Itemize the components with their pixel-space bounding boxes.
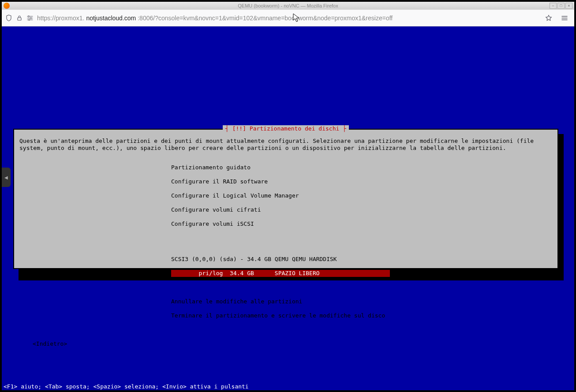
bookmark-star-icon[interactable] — [542, 12, 555, 24]
finish-partitioning[interactable]: Terminare il partizionamento e scrivere … — [171, 312, 552, 319]
window-controls: − □ × — [550, 3, 572, 9]
svg-rect-0 — [18, 18, 21, 20]
url-domain: notjustacloud.com — [86, 15, 136, 22]
disk-section: SCSI3 (0,0,0) (sda) - 34.4 GB QEMU QEMU … — [171, 249, 552, 284]
disk-header[interactable]: SCSI3 (0,0,0) (sda) - 34.4 GB QEMU QEMU … — [171, 256, 552, 263]
dialog-title: ┤ [!!] Partizionamento dei dischi ├ — [223, 125, 349, 132]
url-suffix: :8006/?console=kvm&novnc=1&vmid=102&vmna… — [138, 15, 393, 22]
permissions-icon[interactable] — [26, 15, 34, 22]
firefox-icon — [4, 3, 10, 9]
maximize-button[interactable]: □ — [557, 3, 565, 9]
svg-point-1 — [28, 15, 30, 17]
menu-lvm[interactable]: Configurare il Logical Volume Manager — [171, 192, 552, 199]
svg-point-2 — [30, 17, 32, 19]
close-button[interactable]: × — [565, 3, 572, 9]
menu-encrypted-volumes[interactable]: Configurare volumi cifrati — [171, 206, 552, 213]
titlebar-left — [4, 3, 10, 9]
lock-icon[interactable] — [16, 15, 23, 22]
bottom-actions: Annullare le modifiche alle partizioni T… — [171, 291, 552, 333]
window-frame: QEMU (bookworm) - noVNC — Mozilla Firefo… — [0, 0, 576, 392]
menu-raid[interactable]: Configurare il RAID software — [171, 178, 552, 185]
svg-point-3 — [29, 19, 30, 20]
dialog-description: Questa è un'anteprima delle partizioni e… — [19, 138, 552, 152]
url-bar[interactable]: https://proxmox1.notjustacloud.com:8006/… — [37, 15, 539, 22]
undo-changes[interactable]: Annullare le modifiche alle partizioni — [171, 298, 552, 305]
hamburger-menu-icon[interactable] — [558, 12, 571, 24]
novnc-side-tab[interactable]: ◀ — [2, 168, 11, 187]
url-prefix: https://proxmox1. — [37, 15, 84, 22]
minimize-button[interactable]: − — [550, 3, 557, 9]
status-bar: <F1> aiuto; <Tab> sposta; <Spazio> selez… — [2, 382, 574, 390]
vnc-console[interactable]: ◀ ┤ [!!] Partizionamento dei dischi ├ Qu… — [2, 26, 574, 390]
browser-toolbar: https://proxmox1.notjustacloud.com:8006/… — [2, 10, 574, 26]
chevron-left-icon: ◀ — [4, 175, 8, 180]
partition-menu: Partizionamento guidato Configurare il R… — [171, 157, 552, 242]
back-button[interactable]: <Indietro> — [33, 340, 552, 347]
menu-guided-partitioning[interactable]: Partizionamento guidato — [171, 164, 552, 171]
window-title: QEMU (bookworm) - noVNC — Mozilla Firefo… — [238, 3, 338, 8]
partition-dialog: ┤ [!!] Partizionamento dei dischi ├ Ques… — [13, 129, 558, 269]
free-space-row[interactable]: pri/log 34.4 GB SPAZIO LIBERO — [171, 270, 390, 277]
shield-icon[interactable] — [5, 15, 12, 22]
titlebar: QEMU (bookworm) - noVNC — Mozilla Firefo… — [2, 2, 574, 10]
menu-iscsi[interactable]: Configurare volumi iSCSI — [171, 220, 552, 228]
